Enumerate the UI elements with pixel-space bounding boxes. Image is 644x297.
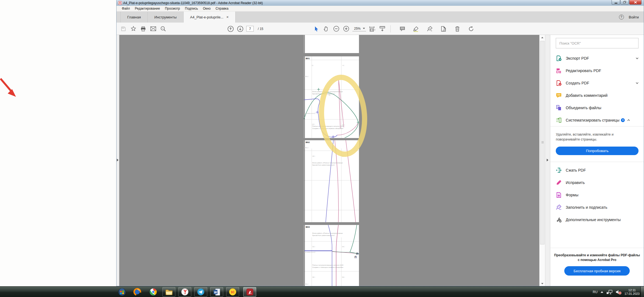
edit-page-button[interactable] [440,25,447,32]
chrome-icon[interactable] [148,287,158,296]
fill-sign-icon [556,204,562,210]
free-trial-button[interactable]: Бесплатная пробная версия [564,266,630,276]
tab-home[interactable]: Главная [120,12,148,23]
zoom-out-button[interactable] [333,25,340,32]
acrobat-window: A A4_Plat-e-poluprilegayuschego-silueta-… [116,0,644,286]
compress-pdf-icon [556,167,562,173]
1c-button[interactable]: 1С [226,287,239,297]
search-icon [160,26,166,32]
expand-left-pane-icon[interactable] [117,159,118,161]
start-button[interactable] [117,287,127,296]
tray-time: 12:11 [624,288,640,292]
restore-button[interactable] [620,0,629,5]
scroll-up-icon[interactable] [540,35,545,40]
tray-expand-icon[interactable] [601,291,603,293]
watermark-text: Dress pattern «Платье полуприлегающе Spe… [312,162,359,166]
volume-muted-icon[interactable] [615,290,621,295]
star-icon [131,26,136,32]
1c-icon: 1С [229,288,236,296]
fit-page-button[interactable] [379,25,386,32]
menu-sign[interactable]: Подпись [183,7,201,10]
vertical-scrollbar[interactable] [539,35,545,286]
hand-icon [324,26,329,32]
tool-fix[interactable]: Исправить [550,176,644,189]
explorer-button[interactable] [162,287,175,297]
trash-icon [455,26,460,32]
print-button[interactable] [140,25,147,32]
pdf-page-partial [304,35,359,53]
tool-forms[interactable]: Формы [550,189,644,201]
network-icon[interactable] [606,290,612,295]
select-tool-button[interactable] [313,25,320,32]
zoom-level-dropdown[interactable]: 25% [352,26,366,31]
acrobat-button[interactable] [243,287,256,297]
tool-add-comment[interactable]: Добавить комментарий [550,89,644,101]
clock[interactable]: 12:11 17.01.2023 [624,288,640,296]
tool-more-tools[interactable]: Дополнительные инструменты [550,213,644,226]
tray-date: 17.01.2023 [624,292,640,296]
menu-help[interactable]: Справка [213,7,231,10]
title-bar[interactable]: A A4_Plat-e-poluprilegayuschego-silueta-… [117,0,644,6]
signin-button[interactable]: Войти [629,15,639,19]
menu-window[interactable]: Окно [200,7,213,10]
zoom-out-icon [333,26,339,32]
save-button[interactable] [120,25,127,32]
window-title: A4_Plat-e-poluprilegayuschego-silueta-11… [123,1,263,5]
menu-edit[interactable]: Редактирование [132,7,162,10]
word-icon: W [213,288,220,296]
tab-tools[interactable]: Инструменты [148,12,183,23]
star-button[interactable] [130,25,137,32]
organize-description: Удаляйте, вставляйте, извлекайте и повор… [550,127,644,142]
watermark-text: Dress pattern «Платье полуприлегающе Spe… [312,232,359,237]
scroll-down-icon[interactable] [540,281,545,286]
previous-page-button[interactable] [227,25,234,32]
close-button[interactable] [629,0,642,5]
annotation-arrow [0,76,22,104]
delete-pages-button[interactable] [454,25,461,32]
page-number-input[interactable] [246,26,254,32]
tool-organize-pages[interactable]: Систематизировать страницы ★ [550,114,644,126]
zoom-in-button[interactable] [342,25,350,32]
tool-edit-pdf[interactable]: Редактировать PDF [550,64,644,77]
word-button[interactable]: W [210,287,223,297]
comment-button[interactable] [399,25,406,32]
tab-close-icon[interactable]: ✕ [226,15,229,19]
menu-view[interactable]: Просмотр [162,7,183,10]
tool-export-pdf[interactable]: Экспорт PDF [550,52,644,64]
tab-document[interactable]: A4_Plat-e-poluprile... ✕ [184,12,236,23]
help-icon[interactable]: ? [619,15,624,20]
try-button[interactable]: Попробовать [556,147,639,155]
next-page-button[interactable] [237,25,244,32]
show-desktop-button[interactable] [640,287,644,297]
acrobat-app-icon: A [118,1,122,5]
tool-combine-files[interactable]: Объединить файлы [550,101,644,114]
tools-search-input[interactable] [556,38,639,48]
right-pane-collapse-strip[interactable] [545,35,550,286]
tool-create-pdf[interactable]: Создать PDF [550,77,644,89]
tool-fill-sign[interactable]: Заполнить и подписать [550,201,644,213]
left-pane-collapse-strip[interactable] [117,35,119,286]
fill-sign-button[interactable] [426,25,433,32]
firefox-icon[interactable] [132,287,142,296]
comment-icon [399,26,405,32]
fit-width-button[interactable] [369,25,376,32]
yandex-browser-icon [181,288,189,296]
email-button[interactable] [150,25,157,32]
document-canvas[interactable]: B01 3□ 4□ 8□ 13□ 14□ 049»□ ttemeasy.com)… [119,35,539,286]
language-indicator[interactable]: RU [593,290,598,294]
search-button[interactable] [159,25,167,32]
save-icon [121,26,126,32]
tool-compress-pdf[interactable]: Сжать PDF [550,164,644,176]
tools-panel: Экспорт PDF Редактировать PDF [550,35,644,286]
svg-text:1С: 1С [231,290,234,294]
collapse-right-pane-icon[interactable] [547,159,548,161]
highlight-button[interactable] [413,25,420,32]
hand-tool-button[interactable] [323,25,330,32]
yandex-button[interactable] [178,287,191,297]
scrollbar-thumb[interactable] [540,41,545,244]
rotate-pages-button[interactable] [468,25,475,32]
minimize-button[interactable] [612,0,620,5]
menu-file[interactable]: Файл [119,7,132,10]
pattern-line-green [350,225,359,254]
telegram-button[interactable] [194,287,207,297]
